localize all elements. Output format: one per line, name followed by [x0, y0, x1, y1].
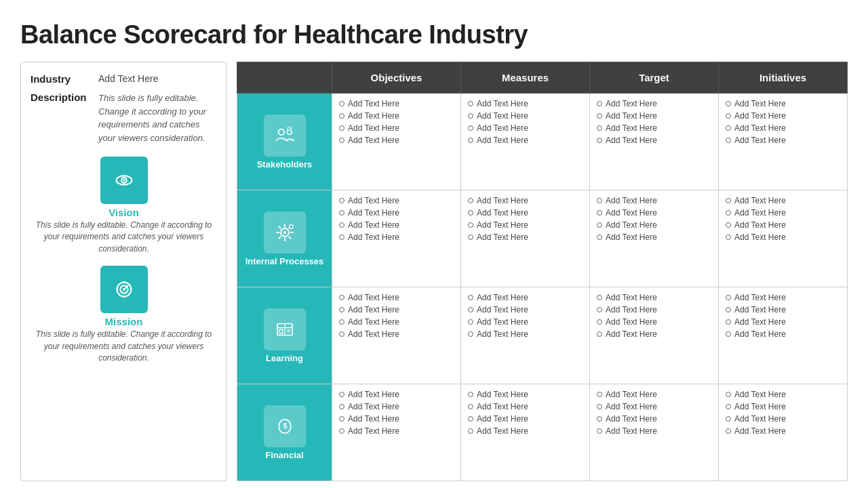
list-item-text: Add Text Here: [348, 293, 399, 302]
data-cell-3-1: Add Text HereAdd Text HereAdd Text HereA…: [461, 384, 590, 481]
bullet-circle: [726, 428, 731, 434]
list-item-text: Add Text Here: [734, 111, 786, 121]
bullet-list: Add Text HereAdd Text HereAdd Text HereA…: [468, 291, 583, 340]
list-item: Add Text Here: [597, 413, 711, 425]
vision-desc: This slide is fully editable. Change it …: [31, 220, 217, 255]
bullet-circle: [597, 222, 602, 228]
list-item: Add Text Here: [726, 219, 840, 231]
list-item-text: Add Text Here: [477, 293, 528, 302]
list-item-text: Add Text Here: [734, 136, 786, 145]
bullet-circle: [468, 138, 473, 143]
list-item: Add Text Here: [468, 291, 583, 304]
list-item: Add Text Here: [597, 110, 711, 122]
bullet-list: Add Text HereAdd Text HereAdd Text HereA…: [339, 195, 454, 243]
list-item-text: Add Text Here: [734, 390, 786, 399]
bullet-circle: [597, 428, 602, 434]
bullet-circle: [468, 392, 473, 397]
vision-icon-box: [100, 157, 148, 204]
list-item: Add Text Here: [597, 388, 711, 401]
vision-label: Vision: [108, 207, 139, 218]
category-cell-learning: Learning: [237, 287, 332, 384]
bullet-circle: [597, 307, 602, 312]
bullet-circle: [339, 416, 344, 422]
bullet-circle: [597, 331, 602, 337]
list-item-text: Add Text Here: [606, 293, 657, 302]
bullet-circle: [468, 125, 473, 131]
page-title: Balance Scorecard for Healthcare Industr…: [20, 20, 848, 49]
data-cell-1-1: Add Text HereAdd Text HereAdd Text HereA…: [461, 190, 590, 287]
table-row: $ Financial Add Text HereAdd Text HereAd…: [237, 384, 848, 481]
bullet-circle: [726, 295, 731, 300]
category-name: Internal Processes: [240, 256, 329, 266]
list-item-text: Add Text Here: [734, 402, 786, 411]
list-item: Add Text Here: [468, 231, 583, 243]
bullet-circle: [726, 125, 731, 131]
col-header-target: Target: [590, 62, 719, 94]
bullet-circle: [597, 319, 602, 325]
list-item-text: Add Text Here: [734, 220, 786, 230]
data-cell-3-3: Add Text HereAdd Text HereAdd Text HereA…: [719, 384, 848, 481]
list-item: Add Text Here: [597, 401, 711, 413]
list-item-text: Add Text Here: [606, 390, 657, 399]
col-header-empty: [237, 62, 332, 94]
list-item-text: Add Text Here: [477, 220, 528, 230]
vision-card: Vision This slide is fully editable. Cha…: [31, 157, 217, 255]
list-item-text: Add Text Here: [477, 136, 528, 145]
list-item-text: Add Text Here: [348, 317, 399, 327]
bullet-circle: [468, 416, 473, 422]
bullet-circle: [468, 331, 473, 337]
bullet-circle: [339, 319, 344, 325]
mission-label: Mission: [105, 316, 143, 327]
bullet-circle: [339, 222, 344, 228]
list-item-text: Add Text Here: [348, 208, 399, 218]
list-item-text: Add Text Here: [477, 426, 528, 436]
list-item: Add Text Here: [726, 231, 840, 243]
learning-icon-box: [264, 308, 306, 350]
industry-label: Industry: [31, 73, 98, 85]
description-label: Description: [31, 92, 98, 103]
svg-point-17: [290, 225, 292, 227]
list-item-text: Add Text Here: [734, 196, 786, 205]
bullet-list: Add Text HereAdd Text HereAdd Text HereA…: [726, 98, 840, 146]
list-item: Add Text Here: [339, 401, 454, 413]
list-item: Add Text Here: [468, 122, 583, 134]
description-row: Description This slide is fully editable…: [31, 92, 217, 144]
list-item: Add Text Here: [726, 195, 840, 207]
vision-icon: [111, 167, 137, 193]
list-item-text: Add Text Here: [606, 208, 657, 218]
data-cell-0-0: Add Text HereAdd Text HereAdd Text HereA…: [332, 94, 461, 190]
list-item: Add Text Here: [726, 413, 840, 425]
bullet-circle: [339, 307, 344, 312]
mission-icon-box: [100, 266, 148, 313]
category-name: Stakeholders: [240, 159, 329, 169]
bullet-circle: [339, 210, 344, 216]
list-item-text: Add Text Here: [477, 329, 528, 339]
list-item-text: Add Text Here: [606, 111, 657, 121]
list-item: Add Text Here: [726, 122, 840, 134]
list-item: Add Text Here: [339, 304, 454, 316]
list-item: Add Text Here: [468, 328, 583, 340]
bullet-circle: [597, 392, 602, 397]
bullet-circle: [597, 198, 602, 203]
table-row: Internal Processes Add Text HereAdd Text…: [237, 190, 848, 287]
col-header-initiatives: Initiatives: [719, 62, 848, 94]
list-item: Add Text Here: [339, 291, 454, 304]
list-item: Add Text Here: [726, 425, 840, 437]
bullet-circle: [726, 307, 731, 312]
bullet-circle: [339, 235, 344, 240]
table-row: $ Stakeholders Add Text HereAdd Text Her…: [237, 94, 848, 190]
list-item: Add Text Here: [468, 401, 583, 413]
list-item-text: Add Text Here: [348, 111, 399, 121]
list-item-text: Add Text Here: [606, 136, 657, 145]
list-item: Add Text Here: [339, 413, 454, 425]
list-item: Add Text Here: [597, 316, 711, 328]
bullet-circle: [339, 125, 344, 131]
list-item: Add Text Here: [597, 207, 711, 219]
list-item-text: Add Text Here: [348, 426, 399, 436]
bullet-circle: [597, 125, 602, 131]
list-item-text: Add Text Here: [606, 414, 657, 424]
bullet-circle: [339, 331, 344, 337]
list-item-text: Add Text Here: [606, 123, 657, 133]
list-item: Add Text Here: [597, 134, 711, 146]
bullet-list: Add Text HereAdd Text HereAdd Text HereA…: [339, 98, 454, 146]
